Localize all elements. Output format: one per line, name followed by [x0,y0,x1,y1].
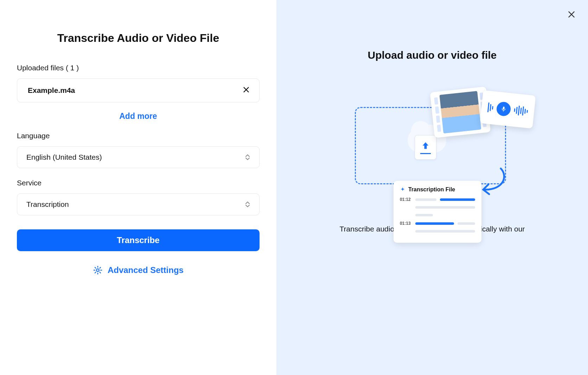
language-select[interactable]: English (United States) [17,146,260,168]
close-icon [242,86,250,94]
service-select[interactable]: Transcription [17,193,260,215]
gear-icon [93,265,103,275]
page-title: Transcribe Audio or Video File [17,32,260,45]
service-value: Transcription [26,200,69,209]
video-thumbnail [439,91,481,134]
audio-card-icon [480,90,536,128]
transcription-card: Transcription File 01:12 -- -- 01:13 -- [394,181,481,243]
advanced-settings-button[interactable]: Advanced Settings [17,265,260,275]
curved-arrow-icon [478,167,510,198]
close-dialog-button[interactable] [567,10,576,20]
upload-card-icon [415,135,436,160]
upload-arrow-icon [421,141,430,151]
language-label: Language [17,132,260,140]
right-heading: Upload audio or video file [368,49,497,61]
uploaded-file-name: Example.m4a [28,86,75,95]
svg-rect-5 [503,107,505,110]
uploaded-files-label: Uploaded files ( 1 ) [17,64,260,72]
chevrons-icon [245,154,250,160]
left-panel: Transcribe Audio or Video File Uploaded … [0,0,276,375]
svg-point-2 [96,269,99,271]
timestamp-2: 01:13 [400,221,412,226]
transcribe-button[interactable]: Transcribe [17,229,260,251]
sparkle-icon [400,187,405,192]
service-label: Service [17,179,260,187]
uploaded-file-row: Example.m4a [17,78,260,102]
microphone-icon [496,101,511,117]
right-panel: Upload audio or video file Tran [276,0,588,375]
advanced-settings-label: Advanced Settings [108,265,184,275]
language-value: English (United States) [26,153,102,161]
timestamp-1: 01:12 [400,197,412,202]
chevrons-icon [245,202,250,207]
add-more-button[interactable]: Add more [17,112,260,121]
transcription-card-title: Transcription File [408,186,455,193]
close-icon [567,10,576,19]
upload-illustration: Transcription File 01:12 -- -- 01:13 -- [355,82,510,209]
remove-file-button[interactable] [242,86,250,95]
